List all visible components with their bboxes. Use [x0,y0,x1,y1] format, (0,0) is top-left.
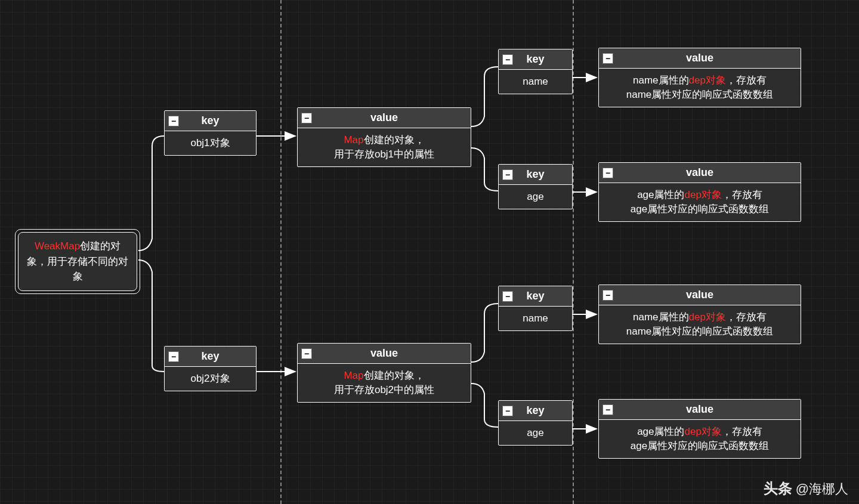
collapse-icon[interactable]: − [602,290,613,301]
divider-1 [280,0,282,504]
node-value-dep2[interactable]: −value age属性的dep对象，存放有age属性对应的响应式函数数组 [598,162,801,222]
node-body: name [499,70,572,94]
root-body: WeakMap创建的对象，用于存储不同的对象 [18,232,137,291]
node-header: −key [165,111,256,131]
node-value-dep4[interactable]: −value age属性的dep对象，存放有age属性对应的响应式函数数组 [598,399,801,459]
node-body: name属性的dep对象，存放有name属性对应的响应式函数数组 [599,305,801,344]
node-value-map1[interactable]: −value Map创建的对象，用于存放obj1中的属性 [297,107,471,167]
collapse-icon[interactable]: − [602,404,613,415]
node-body: Map创建的对象，用于存放obj2中的属性 [298,364,471,402]
node-body: age [499,185,572,209]
node-header: −value [599,285,801,305]
collapse-icon[interactable]: − [301,113,312,123]
collapse-icon[interactable]: − [502,291,513,302]
node-value-dep3[interactable]: −value name属性的dep对象，存放有name属性对应的响应式函数数组 [598,285,801,344]
root-node[interactable]: WeakMap创建的对象，用于存储不同的对象 [15,229,140,294]
collapse-icon[interactable]: − [502,406,513,416]
collapse-icon[interactable]: − [602,53,613,64]
node-header: −key [499,50,572,70]
collapse-icon[interactable]: − [602,168,613,178]
node-body: name [499,307,572,330]
node-body: name属性的dep对象，存放有name属性对应的响应式函数数组 [599,69,801,107]
node-body: obj1对象 [165,131,256,155]
collapse-icon[interactable]: − [301,348,312,359]
node-body: obj2对象 [165,367,256,391]
node-key-obj1[interactable]: −key obj1对象 [164,110,257,156]
collapse-icon[interactable]: − [168,116,179,126]
node-header: −key [499,401,572,421]
node-header: −key [165,347,256,367]
collapse-icon[interactable]: − [168,351,179,362]
node-key-name2[interactable]: −key name [498,286,573,331]
node-key-age1[interactable]: −key age [498,164,573,209]
node-key-name1[interactable]: −key name [498,49,573,94]
node-body: Map创建的对象，用于存放obj1中的属性 [298,128,471,166]
node-header: −key [499,286,572,307]
node-header: −value [298,344,471,364]
node-header: −key [499,165,572,185]
node-body: age [499,421,572,445]
node-header: −value [599,400,801,420]
node-key-age2[interactable]: −key age [498,400,573,446]
collapse-icon[interactable]: − [502,169,513,180]
node-key-obj2[interactable]: −key obj2对象 [164,346,257,391]
watermark: 头条 @海梛人 [764,479,848,498]
node-body: age属性的dep对象，存放有age属性对应的响应式函数数组 [599,420,801,458]
node-header: −value [599,48,801,69]
collapse-icon[interactable]: − [502,54,513,65]
node-body: age属性的dep对象，存放有age属性对应的响应式函数数组 [599,183,801,221]
node-value-dep1[interactable]: −value name属性的dep对象，存放有name属性对应的响应式函数数组 [598,48,801,107]
divider-2 [573,0,574,504]
node-header: −value [298,108,471,128]
node-value-map2[interactable]: −value Map创建的对象，用于存放obj2中的属性 [297,343,471,403]
node-header: −value [599,163,801,183]
